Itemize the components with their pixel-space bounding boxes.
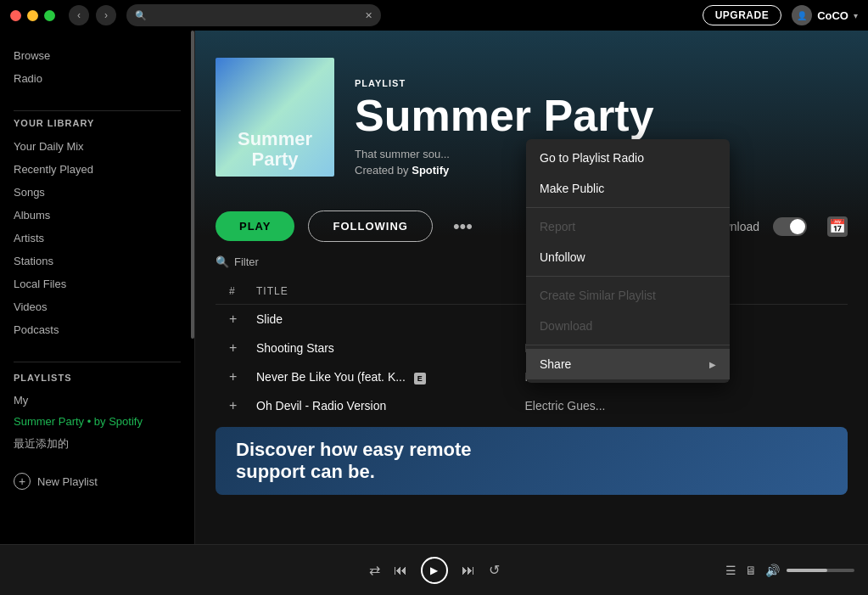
ad-banner[interactable]: Discover how easy remote support can be. (216, 427, 848, 495)
repeat-button[interactable]: ↺ (489, 562, 500, 578)
context-make-public[interactable]: Make Public (526, 173, 730, 204)
sidebar-item-daily-mix[interactable]: Your Daily Mix (14, 135, 181, 158)
col-header-title: TITLE (256, 285, 525, 297)
sidebar-item-local-files[interactable]: Local Files (14, 272, 181, 295)
filter-input[interactable]: 🔍 Filter (216, 255, 259, 268)
upgrade-button[interactable]: UPGRADE (703, 5, 782, 25)
titlebar: ‹ › 🔍 lovely day ✕ UPGRADE 👤 CoCO ▾ (0, 0, 868, 31)
col-header-duration (793, 285, 834, 297)
more-options-button[interactable]: ••• (446, 212, 479, 241)
avatar: 👤 (792, 5, 812, 25)
sidebar-item-songs[interactable]: Songs (14, 181, 181, 204)
sidebar-item-artists[interactable]: Artists (14, 227, 181, 250)
context-divider-3 (526, 345, 730, 345)
context-unfollow[interactable]: Unfollow (526, 242, 730, 272)
track-title: Shooting Stars (256, 341, 525, 355)
sidebar-nav-section: Browse Radio (0, 44, 194, 90)
play-pause-button[interactable]: ▶ (421, 557, 448, 584)
close-button[interactable] (10, 10, 21, 21)
add-track-icon[interactable]: + (229, 369, 256, 385)
playlist-type-label: PLAYLIST (355, 78, 848, 88)
clear-search-icon[interactable]: ✕ (365, 10, 372, 21)
context-go-to-radio[interactable]: Go to Playlist Radio (526, 143, 730, 173)
track-title: Never Be Like You (feat. K... E (256, 370, 525, 384)
main-layout: Browse Radio Your Library Your Daily Mix… (0, 31, 868, 544)
playlist-cover: Summer Party (216, 58, 334, 177)
user-area[interactable]: 👤 CoCO ▾ (792, 5, 858, 25)
play-button[interactable]: PLAY (216, 211, 294, 241)
track-title: Slide (256, 312, 525, 326)
app-sidebar-icons: ☰ 🖥 🔊 (725, 564, 780, 577)
new-playlist-label: New Playlist (37, 475, 98, 488)
queue-icon[interactable]: ☰ (725, 564, 736, 577)
playlist-cover-text: Summer Party (216, 122, 334, 177)
search-input[interactable]: lovely day (152, 9, 360, 21)
back-button[interactable]: ‹ (69, 5, 89, 25)
previous-button[interactable]: ⏮ (394, 563, 407, 578)
add-track-icon[interactable]: + (229, 312, 256, 327)
col-header-num: # (229, 285, 256, 297)
sidebar-item-radio[interactable]: Radio (14, 67, 181, 90)
bottom-player: ⇄ ⏮ ▶ ⏭ ↺ ☰ 🖥 🔊 (0, 544, 868, 595)
sidebar-item-podcasts[interactable]: Podcasts (14, 318, 181, 341)
playlist-author-link[interactable]: Spotify (412, 164, 449, 177)
scroll-indicator (191, 31, 194, 339)
volume-bar[interactable] (787, 569, 854, 572)
toggle-knob (790, 219, 805, 234)
sidebar-item-albums[interactable]: Albums (14, 204, 181, 227)
sidebar-item-videos[interactable]: Videos (14, 295, 181, 318)
context-create-similar: Create Similar Playlist (526, 280, 730, 311)
sidebar-divider-1 (14, 110, 181, 111)
filter-label: Filter (234, 255, 259, 268)
sidebar-item-browse[interactable]: Browse (14, 44, 181, 67)
context-menu: Go to Playlist Radio Make Public Report … (526, 139, 730, 383)
context-share[interactable]: Share ▶ (526, 349, 730, 379)
following-button[interactable]: FOLLOWING (308, 210, 432, 242)
track-artist: Electric Gues... (525, 399, 794, 413)
context-divider-1 (526, 207, 730, 208)
traffic-lights (10, 10, 55, 21)
calendar-icon[interactable]: 📅 (827, 216, 848, 237)
context-download: Download (526, 311, 730, 341)
context-report: Report (526, 211, 730, 242)
download-toggle[interactable] (773, 217, 807, 236)
playlists-label: Playlists (0, 369, 194, 390)
player-right: ☰ 🖥 🔊 (583, 564, 854, 577)
add-track-icon[interactable]: + (229, 340, 256, 356)
ad-text: Discover how easy remote support can be. (236, 439, 472, 483)
track-title: Oh Devil - Radio Version (256, 399, 525, 413)
content-area: Summer Party PLAYLIST Summer Party That … (195, 31, 868, 544)
nav-arrows: ‹ › (69, 5, 116, 25)
playlist-title: Summer Party (355, 93, 848, 138)
sidebar-playlist-my[interactable]: My (0, 390, 194, 411)
add-track-icon[interactable]: + (229, 398, 256, 413)
devices-icon[interactable]: 🖥 (745, 564, 757, 577)
context-divider-2 (526, 276, 730, 277)
table-row[interactable]: + Oh Devil - Radio Version Electric Gues… (216, 391, 848, 420)
explicit-badge: E (414, 373, 426, 385)
your-library-label: Your Library (14, 118, 181, 128)
player-controls: ⇄ ⏮ ▶ ⏭ ↺ (299, 557, 570, 584)
forward-button[interactable]: › (96, 5, 116, 25)
username-label: CoCO (817, 9, 848, 22)
sidebar-playlist-recent[interactable]: 最近添加的 (0, 432, 194, 456)
sidebar-library-section: Your Library Your Daily Mix Recently Pla… (0, 118, 194, 341)
search-icon: 🔍 (135, 10, 147, 21)
plus-circle-icon: + (14, 473, 31, 490)
sidebar-item-recently-played[interactable]: Recently Played (14, 158, 181, 181)
filter-search-icon: 🔍 (216, 255, 229, 268)
maximize-button[interactable] (44, 10, 55, 21)
volume-fill (787, 569, 827, 572)
minimize-button[interactable] (27, 10, 38, 21)
sidebar-divider-2 (14, 362, 181, 362)
next-button[interactable]: ⏭ (462, 563, 475, 578)
sidebar-item-stations[interactable]: Stations (14, 250, 181, 272)
shuffle-button[interactable]: ⇄ (369, 562, 380, 578)
sidebar-playlist-summer-party[interactable]: Summer Party • by Spotify (0, 411, 194, 432)
new-playlist-button[interactable]: + New Playlist (0, 466, 194, 497)
submenu-arrow-icon: ▶ (709, 360, 716, 369)
search-bar[interactable]: 🔍 lovely day ✕ (126, 4, 381, 26)
volume-icon[interactable]: 🔊 (765, 564, 780, 577)
play-icon: ▶ (430, 564, 438, 576)
chevron-down-icon: ▾ (854, 11, 858, 20)
